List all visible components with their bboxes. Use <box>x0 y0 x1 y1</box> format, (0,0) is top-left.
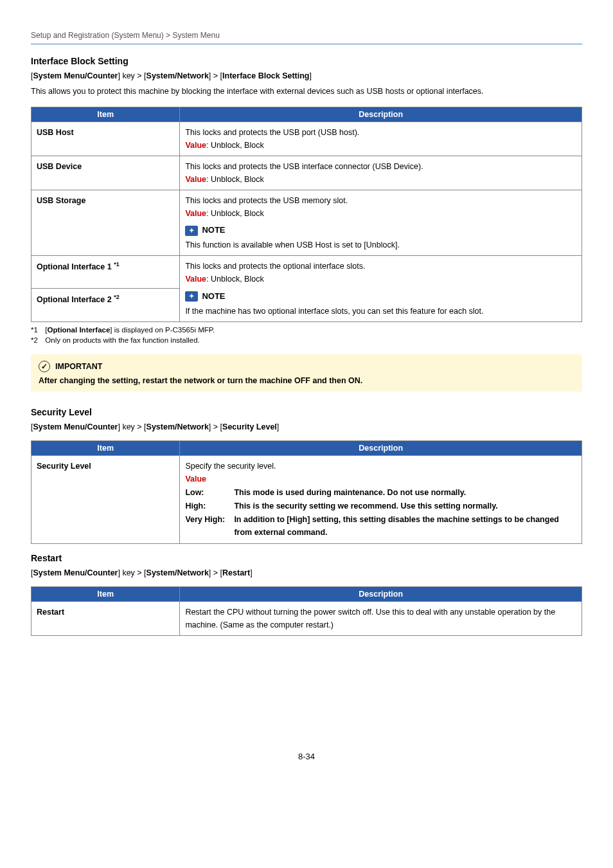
cell-desc: This locks and protects the USB memory s… <box>180 190 582 255</box>
value-term: Very High: <box>185 513 230 539</box>
value-text: : <box>206 275 211 284</box>
desc-text: This locks and protects the USB port (US… <box>185 128 359 137</box>
table-interface-block: Item Description USB Host This locks and… <box>31 107 582 322</box>
table-row: Optional Interface 1 *1 This locks and p… <box>31 256 582 289</box>
value-label: Value <box>185 209 206 218</box>
table-row: USB Host This locks and protects the USB… <box>31 122 582 156</box>
value-text: Unblock, Block <box>211 275 264 284</box>
breadcrumb: Setup and Registration (System Menu) > S… <box>31 31 582 44</box>
col-header-description: Description <box>180 107 582 122</box>
table-row: USB Storage This locks and protects the … <box>31 190 582 255</box>
value-text: : <box>206 141 211 150</box>
important-title: IMPORTANT <box>55 362 102 371</box>
check-circle-icon: ✓ <box>39 361 50 372</box>
item-text: Optional Interface 1 <box>37 262 114 271</box>
cell-item: Restart <box>31 601 180 635</box>
col-header-item: Item <box>31 440 180 455</box>
value-text: : <box>206 175 211 184</box>
cell-desc: This locks and protects the optional int… <box>180 256 582 321</box>
table-row: Security Level Specify the security leve… <box>31 455 582 543</box>
path-key: Restart <box>222 568 250 577</box>
cell-item: USB Storage <box>31 190 180 255</box>
cell-desc: This locks and protects the USB port (US… <box>180 122 582 156</box>
value-desc: This is the security setting we recommen… <box>234 500 576 512</box>
path-key: System Menu/Counter <box>33 71 118 80</box>
section-lead: This allows you to protect this machine … <box>31 86 582 98</box>
value-label: Value <box>185 475 206 484</box>
cell-item: USB Device <box>31 156 180 190</box>
path-text: ] key > [ <box>118 71 146 80</box>
path-key: Interface Block Setting <box>222 71 309 80</box>
path-text: ] <box>310 71 312 80</box>
fn-text: Optional Interface <box>48 326 111 334</box>
fn-text: ] is displayed on P-C3565i MFP. <box>110 326 215 334</box>
heading-security-level: Security Level <box>31 407 582 417</box>
value-desc: In addition to [High] setting, this sett… <box>234 513 576 539</box>
cell-desc: Specify the security level. Value Low:Th… <box>180 455 582 543</box>
table-row: USB Device This locks and protects the U… <box>31 156 582 190</box>
important-callout: ✓ IMPORTANT After changing the setting, … <box>31 354 582 392</box>
path-key: System/Network <box>147 422 209 431</box>
col-header-description: Description <box>180 586 582 601</box>
note-body: If the machine has two optional interfac… <box>185 305 576 318</box>
fn-text: *1 [ <box>31 326 48 334</box>
nav-path-interface-block: [System Menu/Counter] key > [System/Netw… <box>31 71 582 80</box>
path-key: System/Network <box>147 568 209 577</box>
page-number: 8-34 <box>31 752 582 761</box>
value-label: Value <box>185 175 206 184</box>
table-row: Restart Restart the CPU without turning … <box>31 601 582 635</box>
heading-interface-block: Interface Block Setting <box>31 56 582 66</box>
value-label: Value <box>185 275 206 284</box>
value-label: Value <box>185 141 206 150</box>
cell-item: Optional Interface 2 *2 <box>31 289 180 321</box>
cell-desc: This locks and protects the USB interfac… <box>180 156 582 190</box>
footnote: *2 Only on products with the fax functio… <box>31 335 582 345</box>
heading-restart: Restart <box>31 553 582 563</box>
superscript: *2 <box>114 294 120 300</box>
nav-path-security-level: [System Menu/Counter] key > [System/Netw… <box>31 422 582 431</box>
value-desc: This mode is used during maintenance. Do… <box>234 486 576 499</box>
desc-text: This locks and protects the USB interfac… <box>185 162 423 171</box>
note-body: This function is available when USB Host… <box>185 239 576 251</box>
col-header-item: Item <box>31 107 180 122</box>
path-key: System Menu/Counter <box>33 568 118 577</box>
value-text: Unblock, Block <box>211 141 264 150</box>
value-term: High: <box>185 500 230 512</box>
cell-desc: Restart the CPU without turning the powe… <box>180 601 582 635</box>
value-text: Unblock, Block <box>211 175 264 184</box>
desc-text: This locks and protects the optional int… <box>185 262 365 271</box>
note-title: NOTE <box>202 224 225 237</box>
item-text: Optional Interface 2 <box>37 296 114 305</box>
path-text: ] > [ <box>209 71 222 80</box>
important-body: After changing the setting, restart the … <box>39 376 574 385</box>
value-text: Unblock, Block <box>211 209 264 218</box>
footnote: *1 [Optional Interface] is displayed on … <box>31 325 582 335</box>
value-text: : <box>206 209 211 218</box>
col-header-item: Item <box>31 586 180 601</box>
footnotes: *1 [Optional Interface] is displayed on … <box>31 325 582 345</box>
path-key: System Menu/Counter <box>33 422 118 431</box>
note-text: This function is available when USB Host… <box>185 240 366 249</box>
note-icon: ✦ <box>185 291 198 302</box>
desc-text: This locks and protects the USB memory s… <box>185 196 348 205</box>
cell-item: USB Host <box>31 122 180 156</box>
path-key: Security Level <box>222 422 277 431</box>
table-restart: Item Description Restart Restart the CPU… <box>31 586 582 636</box>
path-key: System/Network <box>147 71 209 80</box>
note-title: NOTE <box>202 290 225 303</box>
note-icon: ✦ <box>185 226 198 236</box>
col-header-description: Description <box>180 440 582 455</box>
desc-text: Specify the security level. <box>185 462 276 471</box>
nav-path-restart: [System Menu/Counter] key > [System/Netw… <box>31 568 582 577</box>
cell-item: Security Level <box>31 455 180 543</box>
note-text: ]. <box>395 240 400 249</box>
cell-item: Optional Interface 1 *1 <box>31 256 180 289</box>
value-term: Low: <box>185 486 230 499</box>
superscript: *1 <box>114 261 120 267</box>
table-security-level: Item Description Security Level Specify … <box>31 440 582 544</box>
note-text: Unblock <box>366 240 395 249</box>
